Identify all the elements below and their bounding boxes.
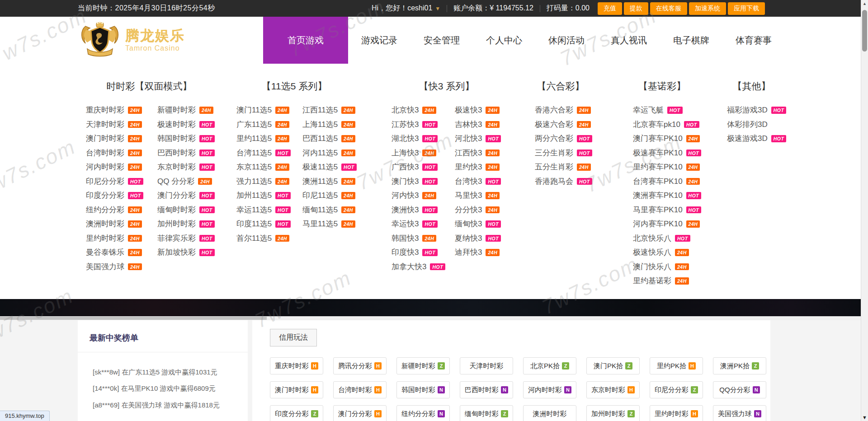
game-link[interactable]: 五分生肖彩24H [535,160,594,174]
game-link[interactable]: 台湾快3HOT [455,174,510,189]
app-download-button[interactable]: 应用下载 [728,2,765,15]
game-button[interactable]: 缅甸时时彩Z [460,405,513,421]
game-link[interactable]: 美国强力球24H [86,260,149,274]
game-link[interactable]: 里约基诺彩24H [633,274,699,288]
game-button[interactable]: 澳洲时时彩 [523,405,576,421]
game-link[interactable]: 澳门时时彩24H [86,131,149,146]
game-button[interactable]: 美国强力球N [713,405,766,421]
nav-profile[interactable]: 个人中心 [473,17,535,64]
horizontal-scrollbar[interactable] [0,316,861,320]
game-link[interactable]: 加州时时彩HOT [157,217,221,231]
nav-security[interactable]: 安全管理 [410,17,473,64]
game-link[interactable]: 里约快324H [455,160,510,174]
game-button[interactable]: 里约时时彩H [650,405,703,421]
game-link[interactable]: 马里快324H [455,188,510,203]
game-link[interactable]: 重庆时时彩24H [86,103,149,117]
game-link[interactable]: 印尼分分彩HOT [86,174,149,189]
game-link[interactable]: 纽约分分彩24H [86,203,149,217]
game-button[interactable]: 澳门时时彩H [270,381,323,398]
game-link[interactable]: 东京11选524H [236,160,294,174]
game-button[interactable]: 加州时时彩Z [586,405,640,421]
game-link[interactable]: 新疆时时彩24H [157,103,221,117]
speed-system-button[interactable]: 加速系统 [689,2,726,15]
game-button[interactable]: 印度分分彩Z [270,405,323,421]
game-button[interactable]: 河内时时彩N [523,381,576,398]
game-link[interactable]: 澳洲时时彩24H [86,217,149,231]
game-link[interactable]: 江西快324H [455,146,510,160]
game-link[interactable]: 韩国时时彩HOT [157,131,221,146]
game-button[interactable]: 北京PK拾Z [523,357,576,374]
game-link[interactable]: 加拿大快3HOT [392,260,447,274]
game-link[interactable]: 北京快324H [392,103,447,117]
game-button[interactable]: 纽约分分彩N [396,405,450,421]
game-link[interactable]: 首尔11选524H [236,231,294,246]
game-button[interactable]: 腾讯分分彩H [333,357,387,374]
nav-game-records[interactable]: 游戏记录 [348,17,410,64]
nav-activities[interactable]: 休闲活动 [535,17,598,64]
game-link[interactable]: 马里赛车PK10HOT [633,203,699,217]
game-link[interactable]: 澳门快3HOT [392,174,447,189]
game-link[interactable]: 澳洲11选524H [302,174,360,189]
game-link[interactable]: 两分六合彩HOT [535,131,594,146]
game-link[interactable]: 香港六合彩24H [535,103,594,117]
game-link[interactable]: 台湾时时彩24H [86,146,149,160]
scroll-up-icon[interactable]: ▲ [861,1,868,6]
game-link[interactable]: 澳门赛车PK1024H [633,131,699,146]
game-link[interactable]: 极速快乐八24H [633,245,699,260]
game-link[interactable]: 三分生肖彩HOT [535,146,594,160]
game-link[interactable]: 幸运飞艇HOT [633,103,699,117]
game-button[interactable]: 巴西时时彩N [460,381,513,398]
game-link[interactable]: 缅甸快3HOT [455,217,510,231]
game-button[interactable]: 澳门PK拾Z [586,357,640,374]
game-button[interactable]: 新疆时时彩Z [396,357,450,374]
game-link[interactable]: 极速游戏3DHOT [727,131,784,146]
game-link[interactable]: 澳门11选524H [236,103,294,117]
game-link[interactable]: 迪拜快324H [455,245,510,260]
game-link[interactable]: 巴西11选524H [302,131,360,146]
withdraw-button[interactable]: 提款 [624,2,648,15]
game-link[interactable]: 里约11选524H [236,131,294,146]
game-button[interactable]: QQ分分彩N [713,381,766,398]
vertical-scrollbar-thumb[interactable] [862,10,867,51]
game-link[interactable]: 巴西时时彩HOT [157,146,221,160]
game-link[interactable]: 里约赛车PK1024H [633,160,699,174]
game-link[interactable]: 夏纳快3HOT [455,231,510,246]
game-link[interactable]: 江苏快3HOT [392,117,447,132]
game-link[interactable]: 菲律宾乐彩HOT [157,231,221,246]
banner-image[interactable] [0,299,861,316]
vertical-scrollbar[interactable]: ▲ ▼ [861,0,868,421]
game-link[interactable]: 河内时时彩24H [86,160,149,174]
nav-home-games[interactable]: 首页游戏 [263,17,348,64]
game-button[interactable]: 重庆时时彩H [270,357,323,374]
game-link[interactable]: 河内赛车PK1024H [633,217,699,231]
online-service-button[interactable]: 在线客服 [650,2,687,15]
game-link[interactable]: 马里11选524H [302,217,360,231]
game-link[interactable]: 香港跑马会HOT [535,174,594,189]
game-link[interactable]: 韩国快324H [392,231,447,246]
game-button[interactable]: 里约PK拾H [650,357,703,374]
game-link[interactable]: 上海快324H [392,146,447,160]
game-link[interactable]: 澳门分分彩HOT [157,188,221,203]
game-link[interactable]: 江西11选524H [302,103,360,117]
game-link[interactable]: 湖北快3HOT [392,131,447,146]
game-link[interactable]: 极速快324H [455,103,510,117]
game-button[interactable]: 澳门分分彩H [333,405,387,421]
game-link[interactable]: QQ 分分彩24H [157,174,221,189]
game-link[interactable]: 广西快3HOT [392,160,447,174]
nav-sports[interactable]: 体育赛事 [722,17,785,64]
game-button[interactable]: 印尼分分彩Z [650,381,703,398]
scroll-down-icon[interactable]: ▼ [861,415,868,420]
game-link[interactable]: 分分快324H [455,203,510,217]
game-link[interactable]: 台湾11选5HOT [236,146,294,160]
game-link[interactable]: 新加坡快彩HOT [157,245,221,260]
game-link[interactable]: 河内11选524H [302,146,360,160]
game-link[interactable]: 东京时时彩HOT [157,160,221,174]
game-link[interactable]: 上海11选524H [302,117,360,132]
tab-credit-play[interactable]: 信用玩法 [270,329,317,346]
game-link[interactable]: 天津时时彩24H [86,117,149,132]
game-link[interactable]: 澳洲快3HOT [392,203,447,217]
deposit-button[interactable]: 充值 [598,2,622,15]
game-link[interactable]: 里约时时彩24H [86,231,149,246]
game-link[interactable]: 澳洲赛车PK10HOT [633,188,699,203]
game-button[interactable]: 台湾时时彩H [333,381,387,398]
